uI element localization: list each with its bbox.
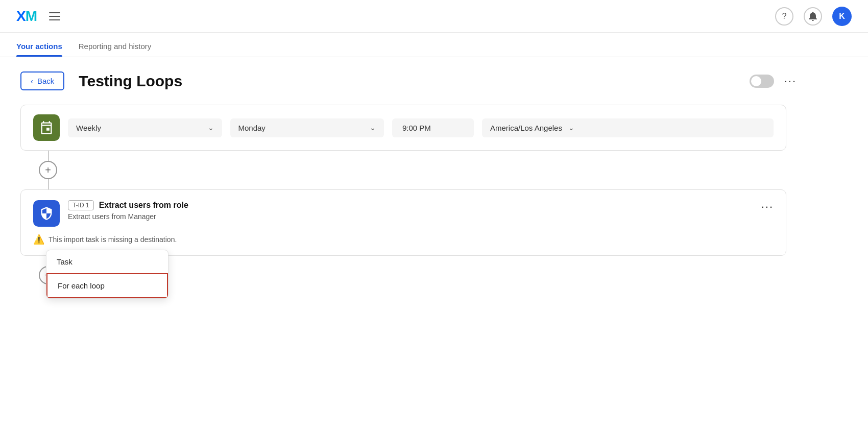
task-title: Extract users from role (99, 201, 188, 210)
task-title-row: T-ID 1 Extract users from role (68, 200, 188, 210)
frequency-select[interactable]: Weekly ⌄ (68, 118, 222, 137)
task-card-header: T-ID 1 Extract users from role Extract u… (33, 200, 774, 227)
tabs-bar: Your actions Reporting and history (0, 33, 868, 57)
frequency-label: Weekly (76, 124, 202, 132)
tab-your-actions[interactable]: Your actions (16, 42, 62, 57)
bell-icon (809, 12, 817, 21)
day-label: Monday (238, 124, 364, 132)
schedule-card: Weekly ⌄ Monday ⌄ 9:00 PM America/Los An… (20, 105, 786, 151)
menu-item-for-each-loop[interactable]: For each loop (46, 273, 168, 298)
task-card-left: T-ID 1 Extract users from role Extract u… (33, 200, 188, 227)
top-navigation: XM ? K (0, 0, 868, 33)
page-header-right: ··· (750, 75, 797, 88)
add-step-dropdown: Task For each loop (46, 250, 168, 299)
time-field: 9:00 PM (392, 118, 474, 137)
menu-item-task[interactable]: Task (46, 250, 168, 273)
task-more-options-button[interactable]: ··· (761, 200, 774, 213)
add-step-2-wrapper: + Task For each loop (20, 256, 786, 284)
schedule-icon (33, 114, 60, 141)
tab-reporting[interactable]: Reporting and history (79, 42, 152, 57)
logo-x: X (16, 8, 26, 24)
task-card: T-ID 1 Extract users from role Extract u… (20, 189, 786, 256)
workflow-area: Weekly ⌄ Monday ⌄ 9:00 PM America/Los An… (20, 105, 786, 284)
user-avatar[interactable]: K (832, 7, 852, 26)
task-info: T-ID 1 Extract users from role Extract u… (68, 200, 188, 221)
task-subtitle: Extract users from Manager (68, 212, 188, 221)
task-icon (33, 200, 60, 227)
nav-right: ? K (775, 7, 852, 26)
more-options-button[interactable]: ··· (784, 75, 797, 88)
frequency-chevron-icon: ⌄ (208, 124, 214, 132)
calendar-icon (39, 121, 54, 135)
page-header: ‹ Back Testing Loops ··· (20, 71, 797, 90)
connector-1: + (20, 151, 786, 189)
day-select[interactable]: Monday ⌄ (230, 118, 384, 137)
logo-m: M (26, 8, 37, 24)
xm-logo: XM (16, 8, 37, 25)
nav-left: XM (16, 8, 60, 25)
timezone-label: America/Los Angeles (490, 124, 562, 132)
task-warning: ⚠️ This import task is missing a destina… (33, 234, 774, 245)
warning-icon: ⚠️ (33, 234, 44, 245)
notification-button[interactable] (804, 7, 822, 26)
connector-line-1 (48, 151, 49, 161)
hamburger-menu[interactable] (49, 12, 60, 20)
help-button[interactable]: ? (775, 7, 793, 26)
page-header-left: ‹ Back Testing Loops (20, 71, 182, 90)
back-button[interactable]: ‹ Back (20, 71, 64, 90)
day-chevron-icon: ⌄ (370, 124, 376, 132)
back-label: Back (37, 77, 54, 85)
timezone-chevron-icon: ⌄ (568, 124, 574, 132)
add-step-button-1[interactable]: + (39, 161, 57, 179)
page-title: Testing Loops (79, 73, 182, 90)
task-warning-text: This import task is missing a destinatio… (49, 235, 177, 244)
connector-line-2 (48, 179, 49, 189)
task-id-badge: T-ID 1 (68, 200, 94, 210)
timezone-select[interactable]: America/Los Angeles ⌄ (482, 118, 774, 137)
main-content: ‹ Back Testing Loops ··· Weekly ⌄ Monday (0, 57, 817, 299)
enable-toggle[interactable] (750, 75, 774, 88)
chevron-left-icon: ‹ (31, 77, 33, 85)
shield-icon (39, 206, 54, 221)
